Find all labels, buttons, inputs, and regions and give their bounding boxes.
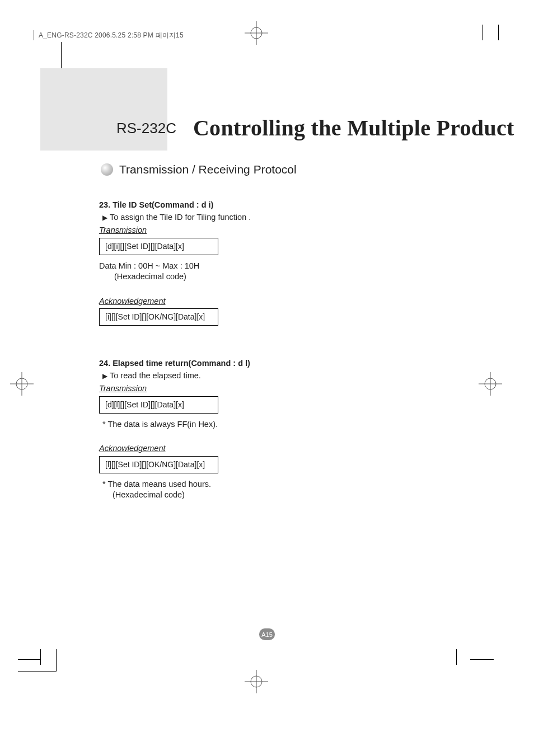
sphere-bullet-icon xyxy=(101,163,113,176)
registration-mark-icon xyxy=(479,372,502,396)
crop-mark xyxy=(498,25,499,40)
transmission-box: [d][i][][Set ID][][Data][x] xyxy=(99,238,218,255)
page-number-badge: A15 xyxy=(259,628,275,640)
title-block: RS-232C Controlling the Multiple Product xyxy=(41,115,514,141)
slug-tick xyxy=(34,30,34,40)
arrow-right-icon: ▶ xyxy=(102,372,107,381)
data-range: Data Min : 00H ~ Max : 10H xyxy=(99,261,413,272)
page-title: Controlling the Multiple Product xyxy=(193,115,514,141)
registration-mark-icon xyxy=(10,372,34,396)
transmission-box: [d][l][][Set ID][][Data][x] xyxy=(99,396,218,414)
page-number-row: A15 xyxy=(0,628,534,640)
ack-label: Acknowledgement xyxy=(99,443,413,454)
crop-mark xyxy=(456,649,457,665)
section-desc: To assign the Tile ID for Tiling functio… xyxy=(110,212,251,223)
transmission-label: Transmission xyxy=(99,225,413,236)
ack-box: [i][][Set ID][][OK/NG][Data][x] xyxy=(99,308,218,326)
section-heading: 23. Tile ID Set(Command : d i) xyxy=(99,200,413,211)
section-heading: 24. Elapsed time return(Command : d l) xyxy=(99,358,413,369)
section-desc: To read the elapsed time. xyxy=(110,370,201,382)
crop-mark xyxy=(470,659,494,660)
note-text-indent: (Hexadecimal code) xyxy=(113,490,413,501)
title-prefix: RS-232C xyxy=(116,120,176,137)
content-body: 23. Tile ID Set(Command : d i) ▶ To assi… xyxy=(99,199,413,501)
ack-box: [l][][Set ID][][OK/NG][Data][x] xyxy=(99,456,218,473)
crop-mark xyxy=(40,649,41,665)
crop-mark xyxy=(18,659,40,660)
document-slug: A_ENG-RS-232C 2006.5.25 2:58 PM 페이지15 xyxy=(39,31,184,40)
document-slug-row: A_ENG-RS-232C 2006.5.25 2:58 PM 페이지15 xyxy=(34,30,498,40)
subtitle-row: Transmission / Receiving Protocol xyxy=(101,163,297,176)
section-desc-row: ▶ To read the elapsed time. xyxy=(99,370,413,382)
transmission-label: Transmission xyxy=(99,383,413,395)
section-desc-row: ▶ To assign the Tile ID for Tiling funct… xyxy=(99,212,413,223)
arrow-right-icon: ▶ xyxy=(102,213,107,222)
registration-mark-icon xyxy=(245,670,268,693)
note-text: * The data means used hours. xyxy=(102,479,413,490)
crop-mark xyxy=(56,649,57,672)
crop-mark xyxy=(18,671,56,672)
note-text: * The data is always FF(in Hex). xyxy=(102,419,413,430)
data-note: (Hexadecimal code) xyxy=(114,271,413,283)
ack-label: Acknowledgement xyxy=(99,296,413,307)
subtitle: Transmission / Receiving Protocol xyxy=(119,163,297,176)
